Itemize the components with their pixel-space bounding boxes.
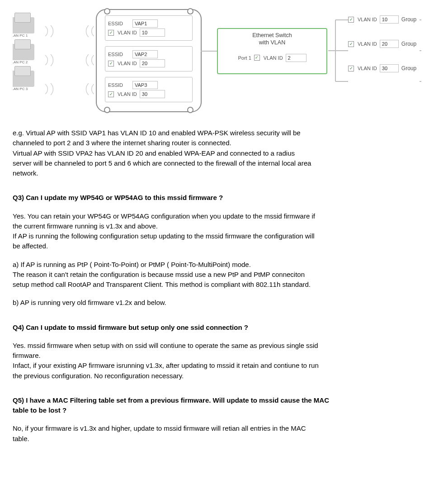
wlan-pc-1: WLAN PC 1 (13, 17, 43, 38)
vlan-id-label: VLAN ID (358, 66, 377, 71)
paragraph: server will be channeled to port 5 and 6… (13, 159, 421, 168)
paragraph: network. (13, 169, 421, 178)
wlan-pc-column: WLAN PC 1 WLAN PC 2 WLAN PC 3 (13, 17, 43, 97)
checkbox-icon: ✓ (348, 41, 354, 47)
paragraph: If AP is running the following configura… (13, 232, 421, 241)
question-5-heading-cont: table to be lost ? (13, 406, 421, 415)
checkbox-icon: ✓ (254, 55, 260, 61)
paragraph: Virtual AP with SSID VPA2 has VLAN ID 20… (13, 149, 421, 158)
vlan-id-value: 20 (380, 40, 399, 48)
pc-label: WLAN PC 3 (13, 87, 43, 91)
pc-label: WLAN PC 1 (13, 33, 43, 38)
vap-block-1: ESSID VAP1 ✓ VLAN ID 10 (105, 15, 193, 41)
paragraph: b) AP is running very old firmware v1.2x… (13, 298, 421, 307)
paragraph: table. (13, 434, 421, 443)
vlan-id-value: 2 (286, 54, 307, 62)
vlan-id-value: 30 (380, 64, 399, 72)
group-label: Group (401, 41, 416, 47)
access-point-box: ESSID VAP1 ✓ VLAN ID 10 ESSID VAP2 ✓ VLA… (96, 9, 202, 112)
vap-block-3: ESSID VAP3 ✓ VLAN ID 30 (105, 77, 193, 102)
port-label: Port 1 (238, 55, 251, 61)
wlan-pc-2: WLAN PC 2 (13, 44, 43, 64)
vlan-id-label: VLAN ID (358, 17, 377, 22)
vap-block-2: ESSID VAP2 ✓ VLAN ID 20 (105, 46, 193, 71)
question-3-heading: Q3) Can I update my WP54G or WP54AG to t… (13, 193, 421, 202)
question-5-heading: Q5) I have a MAC Filtering table set fro… (13, 396, 421, 405)
checkbox-icon: ✓ (108, 91, 114, 97)
group-label: Group (401, 65, 416, 71)
paragraph: firmware. (13, 351, 421, 360)
paragraph: the previous configuration. No reconfigu… (13, 371, 421, 380)
vlan-id-label: VLAN ID (118, 91, 137, 97)
branch-connector (327, 14, 349, 98)
essid-value: VAP3 (132, 81, 158, 89)
switch-title-line2: with VLAN (218, 39, 326, 46)
vlan-id-label: VLAN ID (118, 61, 137, 66)
paragraph: e.g. Virtual AP with SSID VAP1 has VLAN … (13, 128, 421, 138)
vlan-id-value: 20 (140, 59, 165, 67)
wireless-signal-icon (42, 53, 97, 67)
computer-icon (13, 44, 34, 60)
wireless-signal-icon (42, 82, 97, 96)
paragraph: a) If AP is running as PtP ( Point-To-Po… (13, 260, 421, 269)
paragraph: channeled to port 2 and 3 where the inte… (13, 138, 421, 147)
checkbox-icon: ✓ (348, 66, 354, 71)
group-label: Group (401, 16, 416, 23)
wlan-pc-3: WLAN PC 3 (13, 71, 43, 91)
checkbox-icon: ✓ (108, 61, 114, 67)
vlan-group-20: ✓ VLAN ID 20 Group (348, 40, 416, 48)
vlan-id-value: 10 (380, 15, 399, 24)
pc-label: WLAN PC 2 (13, 60, 43, 64)
switch-title-line1: Ethernet Switch (218, 32, 326, 39)
computer-icon (13, 17, 34, 33)
vlan-group-30: ✓ VLAN ID 30 Group (348, 64, 416, 72)
vlan-id-label: VLAN ID (118, 30, 137, 35)
ethernet-switch-box: Ethernet Switch with VLAN Port 1 ✓ VLAN … (217, 28, 327, 74)
checkbox-icon: ✓ (108, 30, 114, 36)
essid-value: VAP1 (132, 19, 158, 28)
checkbox-icon: ✓ (348, 17, 354, 23)
paragraph: Yes. You can retain your WP54G or WP54AG… (13, 212, 421, 221)
paragraph: be affected. (13, 242, 421, 251)
computer-icon (13, 71, 34, 87)
paragraph: the current firmware running is v1.3x an… (13, 222, 421, 231)
vlan-groups-column: ✓ VLAN ID 10 Group ✓ VLAN ID 20 Group ✓ … (348, 15, 416, 89)
essid-value: VAP2 (132, 50, 158, 58)
essid-label: ESSID (108, 52, 130, 57)
paragraph: The reason it can't retain the configura… (13, 270, 421, 279)
vlan-id-label: VLAN ID (264, 55, 283, 61)
essid-label: ESSID (108, 21, 130, 26)
paragraph: Yes. mssid firmware when setup with on s… (13, 341, 421, 350)
vlan-id-value: 30 (140, 90, 165, 98)
paragraph: setup method call RootAP and Transparent… (13, 280, 421, 289)
vlan-id-label: VLAN ID (358, 41, 377, 47)
vlan-group-10: ✓ VLAN ID 10 Group (348, 15, 416, 24)
paragraph: No, if your firmware is v1.3x and higher… (13, 424, 421, 433)
vlan-id-value: 10 (140, 29, 165, 37)
essid-label: ESSID (108, 82, 130, 88)
wireless-signal-icon (42, 24, 97, 38)
network-diagram: WLAN PC 1 WLAN PC 2 WLAN PC 3 (13, 0, 421, 123)
question-4-heading: Q4) Can I update to mssid firmware but s… (13, 323, 421, 332)
right-bracket (419, 0, 421, 123)
connector-line (201, 51, 217, 52)
paragraph: Infact, if your existing AP firmware isr… (13, 361, 421, 370)
document-body: e.g. Virtual AP with SSID VAP1 has VLAN … (13, 128, 421, 443)
